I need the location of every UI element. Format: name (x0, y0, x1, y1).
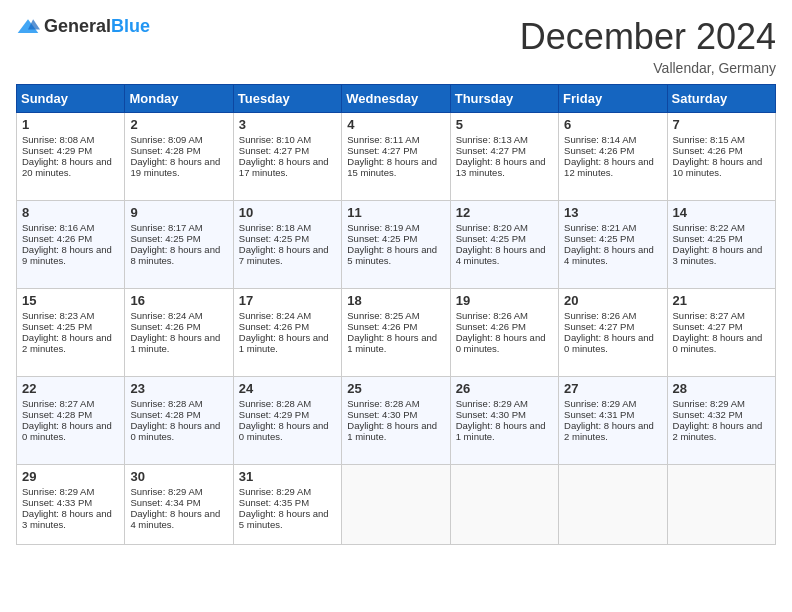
sunset-text: Sunset: 4:30 PM (456, 409, 553, 420)
sunset-text: Sunset: 4:25 PM (456, 233, 553, 244)
daylight-text: Daylight: 8 hours and 4 minutes. (130, 508, 227, 530)
daylight-text: Daylight: 8 hours and 1 minute. (239, 332, 336, 354)
daylight-text: Daylight: 8 hours and 0 minutes. (239, 420, 336, 442)
day-number: 1 (22, 117, 119, 132)
daylight-text: Daylight: 8 hours and 3 minutes. (22, 508, 119, 530)
sunrise-text: Sunrise: 8:22 AM (673, 222, 770, 233)
calendar-week-row: 15Sunrise: 8:23 AMSunset: 4:25 PMDayligh… (17, 289, 776, 377)
daylight-text: Daylight: 8 hours and 1 minute. (347, 420, 444, 442)
calendar-cell: 3Sunrise: 8:10 AMSunset: 4:27 PMDaylight… (233, 113, 341, 201)
sunset-text: Sunset: 4:29 PM (239, 409, 336, 420)
calendar-cell: 18Sunrise: 8:25 AMSunset: 4:26 PMDayligh… (342, 289, 450, 377)
month-title: December 2024 (520, 16, 776, 58)
calendar-cell: 29Sunrise: 8:29 AMSunset: 4:33 PMDayligh… (17, 465, 125, 545)
daylight-text: Daylight: 8 hours and 1 minute. (130, 332, 227, 354)
calendar-cell (667, 465, 775, 545)
calendar-cell: 31Sunrise: 8:29 AMSunset: 4:35 PMDayligh… (233, 465, 341, 545)
sunrise-text: Sunrise: 8:11 AM (347, 134, 444, 145)
sunset-text: Sunset: 4:25 PM (22, 321, 119, 332)
calendar-cell: 6Sunrise: 8:14 AMSunset: 4:26 PMDaylight… (559, 113, 667, 201)
day-number: 14 (673, 205, 770, 220)
day-number: 20 (564, 293, 661, 308)
sunrise-text: Sunrise: 8:18 AM (239, 222, 336, 233)
sunset-text: Sunset: 4:25 PM (564, 233, 661, 244)
calendar-week-row: 8Sunrise: 8:16 AMSunset: 4:26 PMDaylight… (17, 201, 776, 289)
day-number: 21 (673, 293, 770, 308)
calendar-cell: 30Sunrise: 8:29 AMSunset: 4:34 PMDayligh… (125, 465, 233, 545)
calendar-cell: 13Sunrise: 8:21 AMSunset: 4:25 PMDayligh… (559, 201, 667, 289)
sunrise-text: Sunrise: 8:29 AM (673, 398, 770, 409)
day-number: 28 (673, 381, 770, 396)
daylight-text: Daylight: 8 hours and 19 minutes. (130, 156, 227, 178)
sunset-text: Sunset: 4:33 PM (22, 497, 119, 508)
day-number: 29 (22, 469, 119, 484)
sunset-text: Sunset: 4:25 PM (347, 233, 444, 244)
calendar-cell: 19Sunrise: 8:26 AMSunset: 4:26 PMDayligh… (450, 289, 558, 377)
daylight-text: Daylight: 8 hours and 0 minutes. (130, 420, 227, 442)
weekday-header: Tuesday (233, 85, 341, 113)
weekday-header: Friday (559, 85, 667, 113)
weekday-header: Wednesday (342, 85, 450, 113)
calendar-cell: 24Sunrise: 8:28 AMSunset: 4:29 PMDayligh… (233, 377, 341, 465)
calendar-cell: 12Sunrise: 8:20 AMSunset: 4:25 PMDayligh… (450, 201, 558, 289)
calendar: SundayMondayTuesdayWednesdayThursdayFrid… (16, 84, 776, 545)
weekday-header: Thursday (450, 85, 558, 113)
calendar-cell (342, 465, 450, 545)
logo: GeneralBlue (16, 16, 150, 37)
day-number: 5 (456, 117, 553, 132)
weekday-header: Sunday (17, 85, 125, 113)
sunset-text: Sunset: 4:29 PM (22, 145, 119, 156)
daylight-text: Daylight: 8 hours and 10 minutes. (673, 156, 770, 178)
sunrise-text: Sunrise: 8:29 AM (239, 486, 336, 497)
daylight-text: Daylight: 8 hours and 4 minutes. (456, 244, 553, 266)
daylight-text: Daylight: 8 hours and 7 minutes. (239, 244, 336, 266)
calendar-cell: 2Sunrise: 8:09 AMSunset: 4:28 PMDaylight… (125, 113, 233, 201)
daylight-text: Daylight: 8 hours and 0 minutes. (22, 420, 119, 442)
calendar-cell: 11Sunrise: 8:19 AMSunset: 4:25 PMDayligh… (342, 201, 450, 289)
sunrise-text: Sunrise: 8:25 AM (347, 310, 444, 321)
calendar-cell: 14Sunrise: 8:22 AMSunset: 4:25 PMDayligh… (667, 201, 775, 289)
day-number: 27 (564, 381, 661, 396)
title-section: December 2024 Vallendar, Germany (520, 16, 776, 76)
calendar-cell: 10Sunrise: 8:18 AMSunset: 4:25 PMDayligh… (233, 201, 341, 289)
sunrise-text: Sunrise: 8:29 AM (130, 486, 227, 497)
sunrise-text: Sunrise: 8:26 AM (456, 310, 553, 321)
day-number: 6 (564, 117, 661, 132)
daylight-text: Daylight: 8 hours and 2 minutes. (564, 420, 661, 442)
sunrise-text: Sunrise: 8:24 AM (130, 310, 227, 321)
sunrise-text: Sunrise: 8:27 AM (673, 310, 770, 321)
day-number: 13 (564, 205, 661, 220)
daylight-text: Daylight: 8 hours and 3 minutes. (673, 244, 770, 266)
day-number: 24 (239, 381, 336, 396)
sunrise-text: Sunrise: 8:09 AM (130, 134, 227, 145)
day-number: 18 (347, 293, 444, 308)
day-number: 7 (673, 117, 770, 132)
sunrise-text: Sunrise: 8:29 AM (456, 398, 553, 409)
sunrise-text: Sunrise: 8:10 AM (239, 134, 336, 145)
day-number: 23 (130, 381, 227, 396)
sunrise-text: Sunrise: 8:26 AM (564, 310, 661, 321)
day-number: 4 (347, 117, 444, 132)
calendar-week-row: 29Sunrise: 8:29 AMSunset: 4:33 PMDayligh… (17, 465, 776, 545)
day-number: 16 (130, 293, 227, 308)
location: Vallendar, Germany (520, 60, 776, 76)
calendar-cell: 9Sunrise: 8:17 AMSunset: 4:25 PMDaylight… (125, 201, 233, 289)
sunrise-text: Sunrise: 8:16 AM (22, 222, 119, 233)
calendar-cell: 25Sunrise: 8:28 AMSunset: 4:30 PMDayligh… (342, 377, 450, 465)
daylight-text: Daylight: 8 hours and 17 minutes. (239, 156, 336, 178)
sunset-text: Sunset: 4:26 PM (673, 145, 770, 156)
sunset-text: Sunset: 4:27 PM (239, 145, 336, 156)
day-number: 17 (239, 293, 336, 308)
sunrise-text: Sunrise: 8:23 AM (22, 310, 119, 321)
sunrise-text: Sunrise: 8:24 AM (239, 310, 336, 321)
page-header: GeneralBlue December 2024 Vallendar, Ger… (16, 16, 776, 76)
calendar-cell (559, 465, 667, 545)
weekday-header: Monday (125, 85, 233, 113)
calendar-cell: 8Sunrise: 8:16 AMSunset: 4:26 PMDaylight… (17, 201, 125, 289)
sunrise-text: Sunrise: 8:29 AM (564, 398, 661, 409)
calendar-week-row: 1Sunrise: 8:08 AMSunset: 4:29 PMDaylight… (17, 113, 776, 201)
day-number: 9 (130, 205, 227, 220)
day-number: 26 (456, 381, 553, 396)
daylight-text: Daylight: 8 hours and 15 minutes. (347, 156, 444, 178)
sunset-text: Sunset: 4:27 PM (347, 145, 444, 156)
